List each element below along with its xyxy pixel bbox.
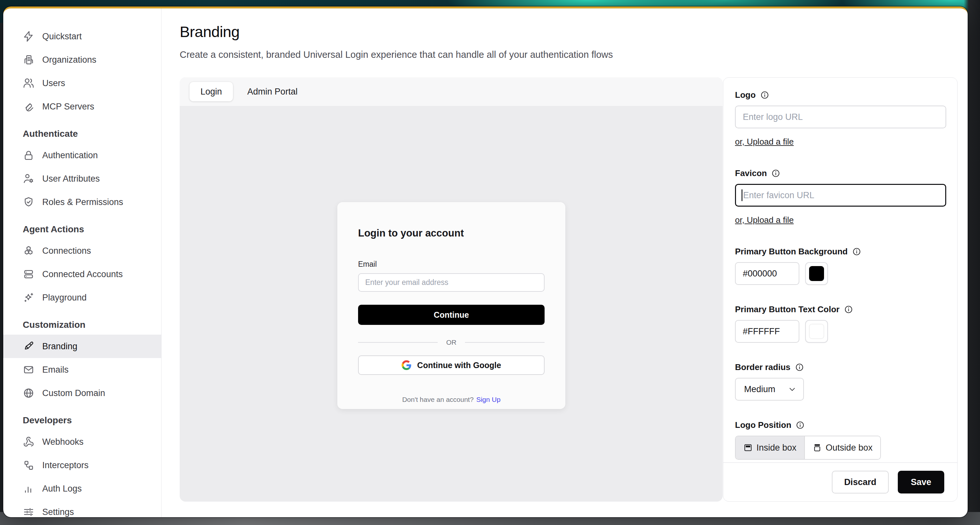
sidebar-item-label: Quickstart — [42, 32, 82, 41]
sidebar-item-quickstart[interactable]: Quickstart — [3, 25, 161, 48]
save-button[interactable]: Save — [898, 471, 944, 493]
sidebar-item-interceptors[interactable]: Interceptors — [3, 453, 161, 477]
sidebar-item-organizations[interactable]: Organizations — [3, 48, 161, 72]
chevron-down-icon — [788, 385, 797, 394]
sidebar-item-auth-logs[interactable]: Auth Logs — [3, 477, 161, 500]
primary-button-background-group: Primary Button Background — [735, 246, 945, 285]
sidebar-section-authenticate: Authenticate — [23, 127, 161, 141]
preview-tab-bar: Login Admin Portal — [180, 77, 723, 106]
info-icon[interactable] — [852, 247, 861, 256]
divider-line — [358, 342, 438, 343]
email-label: Email — [358, 260, 544, 269]
sidebar-item-branding[interactable]: Branding — [3, 335, 161, 358]
primary-button-text-color-hex-input[interactable] — [735, 320, 799, 343]
quickstart-icon — [23, 30, 35, 42]
sidebar-item-label: Organizations — [42, 55, 97, 65]
sidebar-item-mcp-servers[interactable]: MCP Servers — [3, 95, 161, 118]
sidebar-item-connections[interactable]: Connections — [3, 239, 161, 262]
login-preview-area: Login to your account Email Continue OR … — [180, 106, 723, 502]
color-swatch — [809, 324, 824, 339]
favicon-url-input[interactable] — [735, 184, 946, 207]
favicon-label: Favicon — [735, 168, 767, 178]
sidebar-item-playground[interactable]: Playground — [3, 286, 161, 309]
cubes-icon — [23, 245, 35, 257]
favicon-field-group: Favicon or, Upload a file — [735, 168, 945, 225]
color-swatch — [809, 266, 824, 281]
inside-box-icon — [743, 443, 752, 452]
sidebar-item-user-attributes[interactable]: User Attributes — [3, 167, 161, 190]
sidebar-item-label: Authentication — [42, 150, 98, 161]
envelope-icon — [23, 364, 35, 375]
tab-label: Login — [200, 87, 222, 97]
primary-button-text-color-swatch[interactable] — [805, 320, 828, 343]
info-icon[interactable] — [772, 169, 780, 178]
logo-position-label: Logo Position — [735, 420, 791, 430]
signup-row: Don't have an account?Sign Up — [358, 396, 544, 404]
sidebar-item-roles-permissions[interactable]: Roles & Permissions — [3, 190, 161, 214]
sidebar-item-authentication[interactable]: Authentication — [3, 143, 161, 167]
border-radius-group: Border radius Medium — [735, 361, 945, 401]
favicon-upload-link[interactable]: or, Upload a file — [735, 215, 794, 225]
page-subtitle: Create a consistent, branded Universal L… — [180, 49, 968, 60]
sidebar-item-users[interactable]: Users — [3, 72, 161, 95]
sidebar-item-label: Auth Logs — [42, 484, 82, 494]
sparkles-icon — [23, 292, 35, 304]
border-radius-value: Medium — [744, 384, 775, 395]
users-icon — [23, 77, 35, 89]
logo-position-option-label: Inside box — [756, 443, 796, 453]
sidebar-item-label: Emails — [42, 365, 68, 375]
or-divider: OR — [358, 339, 544, 346]
sidebar-item-label: Roles & Permissions — [42, 197, 123, 207]
info-icon[interactable] — [844, 305, 853, 314]
main-content: Branding Create a consistent, branded Un… — [161, 8, 968, 517]
sidebar-item-settings[interactable]: Settings — [3, 500, 161, 517]
webhook-icon — [23, 436, 35, 448]
signup-link[interactable]: Sign Up — [476, 396, 501, 403]
logo-position-outside-box[interactable]: Outside box — [804, 436, 880, 459]
primary-button-background-hex-input[interactable] — [735, 262, 799, 285]
continue-button[interactable]: Continue — [358, 305, 544, 325]
sidebar-item-label: User Attributes — [42, 174, 100, 184]
logo-position-segmented-control: Inside box Outside box — [735, 436, 881, 460]
info-icon[interactable] — [796, 421, 805, 430]
info-icon[interactable] — [795, 363, 804, 372]
logo-upload-link[interactable]: or, Upload a file — [735, 137, 794, 147]
border-radius-label: Border radius — [735, 362, 791, 372]
primary-button-background-swatch[interactable] — [805, 262, 828, 285]
sidebar-item-label: Playground — [42, 293, 87, 303]
email-input[interactable] — [358, 273, 544, 292]
continue-with-google-button[interactable]: Continue with Google — [358, 355, 544, 375]
login-preview-card: Login to your account Email Continue OR … — [337, 202, 565, 409]
lock-icon — [23, 150, 35, 161]
logo-position-option-label: Outside box — [826, 443, 872, 453]
or-label: OR — [446, 339, 457, 346]
tab-admin-portal[interactable]: Admin Portal — [236, 82, 309, 101]
sidebar-item-custom-domain[interactable]: Custom Domain — [3, 382, 161, 405]
sidebar-item-connected-accounts[interactable]: Connected Accounts — [3, 262, 161, 286]
logo-position-inside-box[interactable]: Inside box — [736, 436, 804, 459]
sidebar-item-emails[interactable]: Emails — [3, 358, 161, 382]
logo-url-input[interactable] — [735, 106, 946, 128]
tab-login[interactable]: Login — [189, 82, 233, 101]
interceptor-icon — [23, 460, 35, 471]
primary-button-text-color-group: Primary Button Text Color — [735, 304, 945, 343]
sidebar: Quickstart Organizations Users MCP Serve… — [3, 8, 161, 517]
sidebar-item-webhooks[interactable]: Webhooks — [3, 430, 161, 453]
sliders-icon — [23, 506, 35, 517]
page-title: Branding — [180, 23, 968, 41]
login-heading: Login to your account — [358, 228, 544, 239]
discard-button[interactable]: Discard — [832, 471, 889, 493]
sidebar-item-label: Connections — [42, 246, 91, 256]
mcp-servers-icon — [23, 101, 35, 112]
sidebar-item-label: Interceptors — [42, 460, 89, 471]
logo-position-group: Logo Position Inside box Out — [735, 419, 945, 460]
border-radius-select[interactable]: Medium — [735, 378, 804, 401]
app-window: Quickstart Organizations Users MCP Serve… — [3, 6, 968, 517]
tab-label: Admin Portal — [247, 87, 298, 97]
info-icon[interactable] — [760, 91, 769, 99]
google-button-label: Continue with Google — [417, 361, 501, 370]
user-gear-icon — [23, 173, 35, 185]
branding-settings-panel: Logo or, Upload a file Favicon — [723, 77, 958, 502]
divider-line — [465, 342, 544, 343]
sidebar-item-label: Custom Domain — [42, 388, 105, 398]
